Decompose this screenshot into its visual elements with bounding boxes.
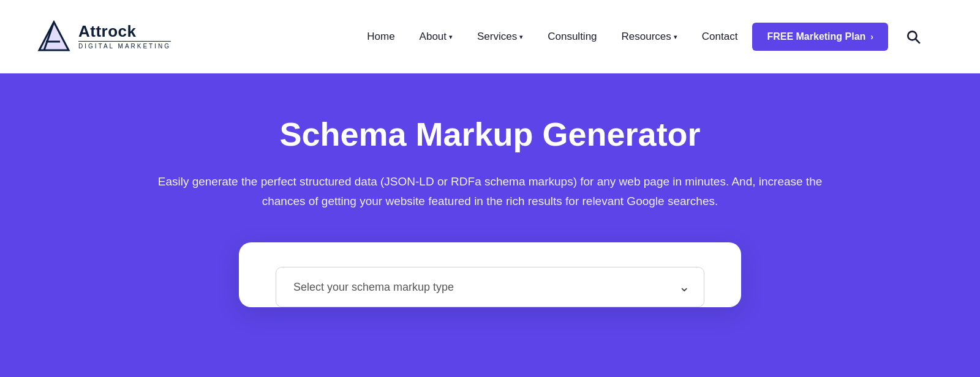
hero-subtitle: Easily generate the perfect structured d… (153, 172, 827, 211)
main-nav: Home About ▾ Services ▾ Consulting Resou… (357, 23, 929, 51)
nav-services[interactable]: Services ▾ (467, 26, 533, 48)
nav-home-label: Home (367, 31, 394, 43)
site-header: Attrock DIGITAL MARKETING Home About ▾ S… (0, 0, 980, 73)
schema-card: Select your schema markup type Article B… (239, 242, 741, 307)
logo-link[interactable]: Attrock DIGITAL MARKETING (37, 20, 171, 54)
search-icon (905, 29, 921, 45)
nav-contact[interactable]: Contact (692, 26, 748, 48)
logo-text: Attrock DIGITAL MARKETING (78, 23, 171, 50)
schema-select-wrapper: Select your schema markup type Article B… (276, 267, 704, 307)
logo-brand-name: Attrock (78, 23, 171, 39)
nav-about-chevron-icon: ▾ (449, 33, 453, 41)
logo-tagline: DIGITAL MARKETING (78, 41, 171, 50)
schema-type-select[interactable]: Select your schema markup type Article B… (276, 267, 704, 307)
nav-about[interactable]: About ▾ (410, 26, 462, 48)
logo-icon (37, 20, 71, 54)
search-button[interactable] (898, 24, 929, 50)
nav-home[interactable]: Home (357, 26, 404, 48)
nav-contact-label: Contact (702, 31, 738, 43)
nav-about-label: About (420, 31, 447, 43)
nav-resources[interactable]: Resources ▾ (612, 26, 687, 48)
nav-resources-chevron-icon: ▾ (674, 33, 677, 41)
cta-label: FREE Marketing Plan (767, 31, 865, 42)
nav-services-label: Services (477, 31, 517, 43)
hero-section: Schema Markup Generator Easily generate … (0, 73, 980, 377)
nav-resources-label: Resources (622, 31, 671, 43)
nav-consulting-label: Consulting (548, 31, 597, 43)
hero-title: Schema Markup Generator (279, 116, 700, 152)
nav-services-chevron-icon: ▾ (519, 33, 523, 41)
cta-button[interactable]: FREE Marketing Plan › (752, 23, 888, 51)
svg-marker-0 (39, 22, 69, 50)
svg-point-4 (908, 31, 916, 40)
nav-consulting[interactable]: Consulting (538, 26, 606, 48)
cta-chevron-icon: › (870, 32, 873, 42)
svg-line-5 (916, 39, 920, 43)
